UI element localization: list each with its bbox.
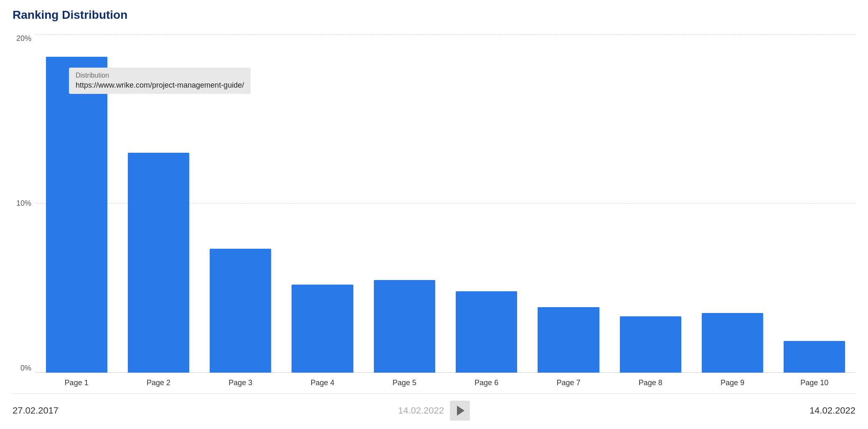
y-axis-label: 20% [16, 34, 31, 43]
play-icon [457, 406, 464, 416]
bar-x-label: Page 9 [721, 379, 744, 387]
start-date: 27.02.2017 [13, 405, 58, 416]
y-axis: 20%10%0% [13, 34, 36, 389]
chart-inner: 20%10%0% Distribution https://www.wrike.… [13, 34, 855, 389]
playback-controls: 14.02.2022 [398, 401, 470, 421]
bar [620, 316, 681, 373]
end-date: 14.02.2022 [810, 405, 855, 416]
chart-title: Ranking Distribution [13, 8, 855, 22]
bar [702, 313, 763, 373]
y-axis-label: 10% [16, 199, 31, 208]
bar-x-label: Page 2 [147, 379, 170, 387]
bar-group[interactable]: Page 5 [363, 34, 445, 373]
chart-area: 20%10%0% Distribution https://www.wrike.… [13, 34, 855, 389]
timeline-bar: 27.02.2017 14.02.2022 14.02.2022 [13, 394, 855, 421]
bar-group[interactable]: Page 6 [445, 34, 527, 373]
bar [292, 285, 353, 373]
bar [374, 280, 435, 373]
bars-area: Distribution https://www.wrike.com/proje… [36, 34, 855, 389]
bar [538, 307, 599, 373]
bar [784, 341, 845, 373]
bar-x-label: Page 10 [800, 379, 828, 387]
bar-group[interactable]: Page 8 [609, 34, 691, 373]
bar-x-label: Page 4 [311, 379, 335, 387]
bar-group[interactable]: Page 9 [691, 34, 773, 373]
play-button[interactable] [450, 401, 470, 421]
tooltip-title: Distribution [76, 72, 244, 79]
bar [210, 249, 271, 373]
bar [456, 291, 517, 373]
bar-x-label: Page 7 [556, 379, 580, 387]
ranking-distribution-chart: Ranking Distribution 20%10%0% Distributi… [13, 8, 855, 421]
bar-x-label: Page 5 [393, 379, 416, 387]
tooltip-url: https://www.wrike.com/project-management… [76, 81, 244, 90]
current-date: 14.02.2022 [398, 405, 444, 416]
bar-x-label: Page 6 [475, 379, 498, 387]
bar-x-label: Page 8 [639, 379, 662, 387]
bar-tooltip: Distribution https://www.wrike.com/proje… [69, 68, 251, 94]
bar-x-label: Page 3 [228, 379, 252, 387]
bar-group[interactable]: Page 10 [774, 34, 855, 373]
bar [46, 57, 107, 373]
y-axis-label: 0% [20, 364, 31, 373]
bar [128, 153, 189, 373]
bar-group[interactable]: Page 4 [282, 34, 363, 373]
bar-x-label: Page 1 [65, 379, 89, 387]
bar-group[interactable]: Page 7 [528, 34, 609, 373]
